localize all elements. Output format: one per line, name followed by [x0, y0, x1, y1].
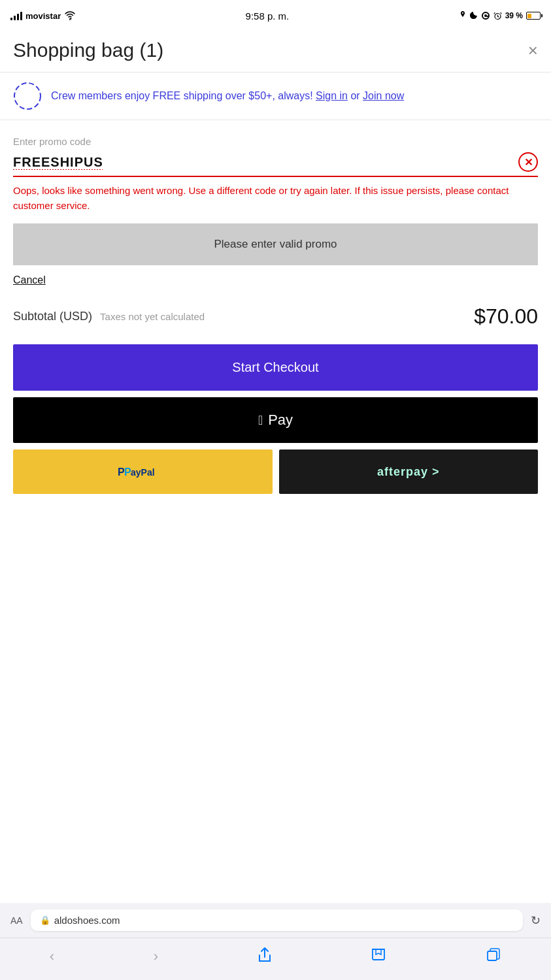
text-size-button[interactable]: AA	[10, 915, 23, 926]
svg-point-0	[69, 19, 71, 20]
subtotal-label: Subtotal (USD)	[13, 310, 92, 323]
sign-in-link[interactable]: Sign in	[316, 90, 348, 101]
alarm-icon	[493, 11, 502, 20]
status-left: movistar	[10, 11, 76, 21]
paypal-button[interactable]: P P ayPal	[13, 449, 273, 494]
url-text: aldoshoes.com	[54, 915, 120, 926]
cancel-link[interactable]: Cancel	[13, 274, 46, 286]
book-icon	[371, 947, 386, 962]
crew-icon	[13, 82, 42, 110]
tax-note: Taxes not yet calculated	[100, 311, 466, 322]
subtotal-row: Subtotal (USD) Taxes not yet calculated …	[0, 304, 551, 344]
svg-point-2	[14, 83, 41, 109]
tabs-icon	[486, 947, 501, 962]
page-header: Shopping bag (1) ×	[0, 29, 551, 72]
promo-input-row: ✕	[13, 152, 538, 177]
payment-row: P P ayPal afterpay >	[13, 449, 538, 494]
join-now-link[interactable]: Join now	[363, 90, 404, 101]
back-button[interactable]: ‹	[39, 945, 65, 968]
share-icon	[258, 946, 272, 963]
status-bar: movistar 9:58 p. m. 39 %	[0, 0, 551, 29]
browser-nav: ‹ ›	[0, 938, 551, 980]
promo-label: Enter promo code	[13, 136, 538, 147]
forward-button[interactable]: ›	[143, 945, 169, 968]
afterpay-button[interactable]: afterpay >	[279, 449, 539, 494]
battery-indicator	[526, 12, 541, 20]
afterpay-label: afterpay >	[377, 465, 440, 479]
paypal-logo: P P ayPal	[116, 464, 169, 480]
tabs-button[interactable]	[475, 944, 512, 969]
lock-icon: 🔒	[40, 915, 50, 925]
crew-text: Crew members enjoy FREE shipping over $5…	[51, 89, 404, 103]
url-bar: AA 🔒 aldoshoes.com ↻	[0, 903, 551, 938]
apple-pay-button[interactable]:  Pay	[13, 397, 538, 443]
checkout-section: Start Checkout  Pay P P ayPal afterpay …	[0, 344, 551, 494]
promo-error-message: Oops, looks like something went wrong. U…	[13, 184, 538, 213]
promo-section: Enter promo code ✕ Oops, looks like some…	[0, 120, 551, 304]
wifi-icon	[64, 11, 76, 20]
battery-percent: 39 %	[505, 11, 523, 20]
status-time: 9:58 p. m.	[246, 10, 290, 22]
refresh-button[interactable]: ↻	[531, 913, 541, 928]
moon-icon	[470, 11, 478, 20]
at-icon	[481, 11, 490, 20]
signal-bars	[10, 12, 22, 20]
share-button[interactable]	[247, 943, 282, 970]
svg-rect-6	[488, 951, 497, 960]
browser-bar: AA 🔒 aldoshoes.com ↻ ‹ ›	[0, 903, 551, 980]
promo-clear-button[interactable]: ✕	[518, 152, 538, 172]
subtotal-amount: $70.00	[474, 304, 538, 329]
bookmarks-button[interactable]	[360, 944, 397, 969]
url-field[interactable]: 🔒 aldoshoes.com	[31, 909, 523, 931]
status-right: 39 %	[459, 11, 541, 20]
carrier-label: movistar	[25, 11, 61, 21]
promo-submit-button: Please enter valid promo	[13, 223, 538, 265]
crew-banner: Crew members enjoy FREE shipping over $5…	[0, 72, 551, 120]
promo-input[interactable]	[13, 155, 518, 170]
page-title: Shopping bag (1)	[13, 39, 163, 61]
close-button[interactable]: ×	[528, 42, 538, 59]
apple-icon: 	[258, 413, 263, 428]
start-checkout-button[interactable]: Start Checkout	[13, 344, 538, 391]
location-icon	[459, 11, 467, 20]
svg-text:ayPal: ayPal	[131, 467, 155, 478]
